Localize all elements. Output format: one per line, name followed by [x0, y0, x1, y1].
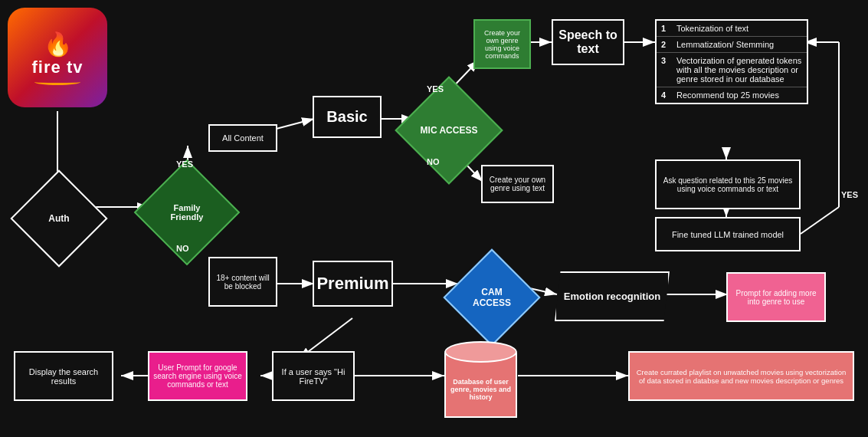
auth-node: Auth	[25, 184, 92, 251]
list-item-4: 4 Recommend top 25 movies	[657, 87, 807, 103]
no-label-2: NO	[427, 157, 440, 166]
list-item-1: 1 Tokenization of text	[657, 21, 807, 37]
content-blocked-node: 18+ content will be blocked	[208, 257, 277, 307]
auth-label: Auth	[28, 213, 90, 224]
fire-icon: 🔥	[44, 31, 72, 58]
create-playlist-node: Create currated playlist on unwatched mo…	[628, 351, 854, 401]
basic-node: Basic	[313, 96, 382, 138]
numbered-list-node: 1 Tokenization of text 2 Lemmatization/ …	[655, 19, 808, 104]
ask-question-node: Ask question related to this 25 movies u…	[655, 159, 801, 209]
mic-access-label: MIC ACCESS	[418, 125, 480, 136]
database-node: Database of user genre, movies and histo…	[444, 341, 517, 426]
list-item-2: 2 Lemmatization/ Stemming	[657, 37, 807, 53]
firetv-text: fire tv	[32, 58, 84, 77]
display-search-node: Display the search results	[14, 351, 113, 401]
amazon-smile	[34, 79, 80, 85]
all-content-node: All Content	[208, 124, 277, 152]
list-item-3: 3 Vectorization of generated tokens with…	[657, 53, 807, 87]
yes-label-3: YES	[841, 190, 858, 199]
no-label-1: NO	[176, 244, 189, 253]
create-genre-text-node: Create your own genre using text	[481, 165, 554, 203]
yes-label-1: YES	[176, 159, 193, 169]
cam-access-label: CAM ACCESS	[461, 287, 522, 308]
yes-label-2: YES	[427, 84, 444, 94]
user-prompt-node: User Prompt for google search engine usi…	[148, 351, 247, 401]
firetv-logo: 🔥 fire tv	[8, 8, 107, 107]
svg-line-14	[801, 207, 839, 234]
premium-node: Premium	[313, 261, 393, 307]
prompt-genre-node: Prompt for adding more into genre to use	[726, 272, 826, 322]
hi-firetv-node: If a user says "Hi FireTV"	[272, 351, 355, 401]
family-friendly-node: Family Friendly	[149, 175, 226, 244]
mic-access-node: MIC ACCESS	[411, 92, 487, 169]
family-friendly-label: Family Friendly	[156, 203, 218, 222]
fine-tuned-node: Fine tuned LLM trained model	[655, 217, 801, 251]
emotion-recognition-node: Emotion recognition	[555, 271, 670, 321]
cam-access-node: CAM ACCESS	[457, 263, 526, 332]
speech-to-text-node: Speech to text	[552, 19, 624, 65]
create-genre-voice-node: Create your own genre using voice comman…	[473, 19, 531, 69]
